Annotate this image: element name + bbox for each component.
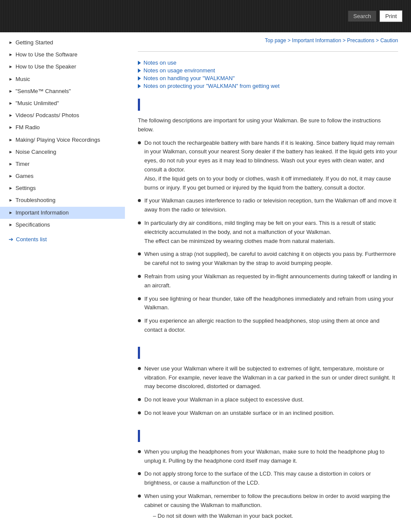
sidebar-label: Getting Started bbox=[16, 39, 53, 47]
section-notes-on-handling: When you unplug the headphones from your… bbox=[138, 430, 398, 521]
sidebar-item-9[interactable]: ►Noise Canceling bbox=[0, 146, 125, 158]
sidebar-label: Settings bbox=[16, 184, 36, 192]
bullet-item-2-2: When using your Walkman, remember to fol… bbox=[138, 492, 398, 520]
bullet-list-0: Do not touch the rechargeable battery wi… bbox=[138, 139, 398, 335]
arrow-icon: ► bbox=[9, 40, 13, 46]
bullet-text: Do not leave your Walkman in a place sub… bbox=[144, 395, 398, 404]
arrow-icon: ► bbox=[9, 124, 13, 131]
sidebar-item-3[interactable]: ►Music bbox=[0, 73, 125, 85]
sidebar-item-6[interactable]: ►Videos/ Podcasts/ Photos bbox=[0, 109, 125, 121]
arrow-icon: ► bbox=[9, 137, 13, 143]
sidebar-label: How to Use the Software bbox=[16, 51, 78, 59]
sidebar-item-2[interactable]: ►How to Use the Speaker bbox=[0, 61, 125, 73]
bullet-text: Never use your Walkman where it will be … bbox=[144, 364, 398, 391]
bullet-item-0-0: Do not touch the rechargeable battery wi… bbox=[138, 139, 398, 193]
print-button[interactable]: Print bbox=[380, 10, 402, 22]
bullet-text: When you unplug the headphones from your… bbox=[144, 448, 398, 466]
sidebar-label: Videos/ Podcasts/ Photos bbox=[16, 112, 79, 119]
sidebar-label: Important Information bbox=[16, 209, 69, 217]
arrow-icon: ► bbox=[9, 210, 13, 216]
toc-label: Notes on handling your "WALKMAN" bbox=[143, 75, 235, 81]
bullet-item-1-2: Do not leave your Walkman on an unstable… bbox=[138, 409, 398, 418]
sidebar-item-11[interactable]: ►Games bbox=[0, 170, 125, 182]
sidebar-item-1[interactable]: ►How to Use the Software bbox=[0, 49, 125, 61]
arrow-icon: ► bbox=[9, 185, 13, 191]
toc-label: Notes on protecting your "WALKMAN" from … bbox=[143, 83, 280, 89]
bullet-item-0-2: In particularly dry air conditions, mild… bbox=[138, 219, 398, 246]
toc-label: Notes on usage environment bbox=[143, 67, 215, 74]
bullet-text: When using a strap (not supplied), be ca… bbox=[144, 250, 398, 268]
sidebar-label: How to Use the Speaker bbox=[16, 63, 76, 71]
arrow-icon: ► bbox=[9, 197, 13, 203]
toc-item-1[interactable]: Notes on usage environment bbox=[138, 67, 398, 74]
bullet-item-0-1: If your Walkman causes interference to r… bbox=[138, 196, 398, 215]
sidebar-item-7[interactable]: ►FM Radio bbox=[0, 121, 125, 134]
bullet-text: In particularly dry air conditions, mild… bbox=[144, 219, 398, 246]
section-bar-2 bbox=[138, 430, 140, 442]
arrow-icon: ► bbox=[9, 149, 13, 155]
sidebar-item-8[interactable]: ►Making/ Playing Voice Recordings bbox=[0, 134, 125, 146]
sidebar-label: "SensMe™ Channels" bbox=[16, 87, 71, 95]
sidebar-item-15[interactable]: ►Specifications bbox=[0, 219, 125, 231]
bullet-dot bbox=[138, 275, 141, 278]
bullet-item-2-0: When you unplug the headphones from your… bbox=[138, 448, 398, 466]
bullet-dot bbox=[138, 398, 141, 401]
bullet-item-2-1: Do not apply strong force to the surface… bbox=[138, 470, 398, 488]
sidebar-item-0[interactable]: ►Getting Started bbox=[0, 37, 125, 49]
sections-container: The following descriptions are important… bbox=[138, 99, 398, 520]
toc-item-3[interactable]: Notes on protecting your "WALKMAN" from … bbox=[138, 83, 398, 89]
bullet-item-0-4: Refrain from using your Walkman as reque… bbox=[138, 272, 398, 290]
bullet-dot bbox=[138, 367, 141, 370]
section-bar-0 bbox=[138, 99, 140, 111]
bullet-dot bbox=[138, 221, 141, 224]
breadcrumb-caution[interactable]: Caution bbox=[380, 37, 398, 44]
bullet-item-1-0: Never use your Walkman where it will be … bbox=[138, 364, 398, 391]
toc-triangle-icon bbox=[138, 61, 141, 65]
toc-label: Notes on use bbox=[143, 59, 177, 66]
sidebar-item-5[interactable]: ►"Music Unlimited" bbox=[0, 97, 125, 109]
bullet-dot bbox=[138, 319, 141, 322]
section-notes-on-use: The following descriptions are important… bbox=[138, 99, 398, 335]
sidebar: ►Getting Started►How to Use the Software… bbox=[0, 32, 125, 532]
sidebar-label: FM Radio bbox=[16, 124, 40, 131]
bullet-item-0-3: When using a strap (not supplied), be ca… bbox=[138, 250, 398, 268]
bullet-dot bbox=[138, 141, 141, 144]
section-notes-on-usage-environment: Never use your Walkman where it will be … bbox=[138, 347, 398, 418]
bullet-text: Do not apply strong force to the surface… bbox=[144, 470, 398, 488]
bullet-text: When using your Walkman, remember to fol… bbox=[144, 492, 398, 520]
arrow-icon: ► bbox=[9, 88, 13, 94]
sidebar-item-4[interactable]: ►"SensMe™ Channels" bbox=[0, 85, 125, 97]
bullet-list-1: Never use your Walkman where it will be … bbox=[138, 364, 398, 418]
arrow-icon: ► bbox=[9, 52, 13, 58]
search-button[interactable]: Search bbox=[348, 11, 376, 22]
toc-item-0[interactable]: Notes on use bbox=[138, 59, 398, 66]
sidebar-item-13[interactable]: ►Troubleshooting bbox=[0, 194, 125, 206]
sidebar-label: Timer bbox=[16, 160, 30, 168]
sidebar-item-14[interactable]: ►Important Information bbox=[0, 207, 125, 219]
bullet-item-0-5: If you see lightning or hear thunder, ta… bbox=[138, 295, 398, 313]
arrow-icon: ► bbox=[9, 76, 13, 82]
breadcrumb-precautions[interactable]: Precautions bbox=[347, 37, 374, 44]
bullet-dot bbox=[138, 450, 141, 453]
breadcrumb: Top page > Important Information > Preca… bbox=[138, 32, 398, 52]
bullet-dot bbox=[138, 199, 141, 202]
bullet-text: Do not leave your Walkman on an unstable… bbox=[144, 409, 398, 418]
bullet-item-0-6: If you experience an allergic reaction t… bbox=[138, 317, 398, 335]
breadcrumb-important[interactable]: Important Information bbox=[292, 37, 341, 44]
toc-item-2[interactable]: Notes on handling your "WALKMAN" bbox=[138, 75, 398, 81]
header: Search Print bbox=[0, 0, 411, 32]
bullet-dot bbox=[138, 411, 141, 414]
arrow-right-icon: ➔ bbox=[9, 236, 13, 243]
bullet-text: If you experience an allergic reaction t… bbox=[144, 317, 398, 335]
sidebar-item-10[interactable]: ►Timer bbox=[0, 158, 125, 170]
sidebar-label: Troubleshooting bbox=[16, 196, 56, 204]
main-content: Top page > Important Information > Preca… bbox=[125, 32, 411, 532]
toc-triangle-icon bbox=[138, 68, 141, 73]
sidebar-item-12[interactable]: ►Settings bbox=[0, 182, 125, 194]
contents-list-link[interactable]: ➔ Contents list bbox=[0, 231, 125, 248]
breadcrumb-top[interactable]: Top page bbox=[265, 37, 286, 44]
arrow-icon: ► bbox=[9, 222, 13, 228]
contents-list-label: Contents list bbox=[16, 236, 47, 243]
bullet-dot bbox=[138, 252, 141, 255]
section-bar-1 bbox=[138, 347, 140, 359]
